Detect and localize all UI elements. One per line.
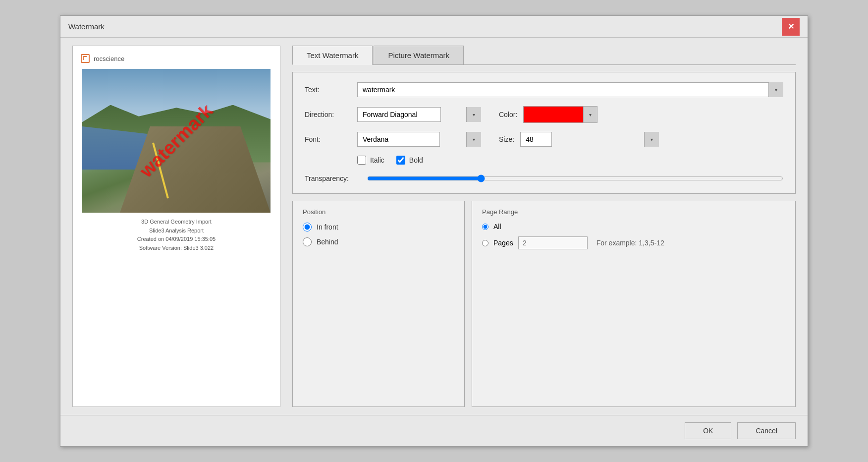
image-background: watermark (82, 69, 271, 213)
caption-line4: Software Version: Slide3 3.022 (137, 244, 216, 253)
direction-color-row: Direction: Forward Diagonal Horizontal V… (305, 106, 783, 123)
direction-arrow-icon: ▾ (466, 107, 481, 122)
direction-select[interactable]: Forward Diagonal Horizontal Vertical Bac… (357, 107, 441, 122)
color-button[interactable]: ▾ (523, 106, 597, 123)
font-label: Font: (305, 135, 349, 143)
bold-checkbox-item: Bold (396, 156, 423, 165)
preview-logo: rocscience (81, 54, 124, 63)
company-name: rocscience (94, 55, 124, 62)
preview-panel: rocscience watermark 3D General Geometry… (72, 46, 280, 407)
bottom-panels: Position In front Behind Page Range (292, 201, 796, 407)
specific-pages-radio[interactable] (482, 240, 488, 246)
preview-caption: 3D General Geometry Import Slide3 Analys… (137, 218, 216, 252)
text-dropdown-arrow[interactable]: ▾ (768, 82, 783, 97)
text-label: Text: (305, 86, 349, 94)
pages-label[interactable]: Pages (493, 239, 513, 247)
tab-picture-watermark[interactable]: Picture Watermark (374, 46, 464, 64)
tab-text-watermark[interactable]: Text Watermark (292, 46, 373, 65)
behind-label[interactable]: Behind (317, 238, 338, 246)
slider-wrapper (367, 173, 783, 183)
pages-radio-row: Pages For example: 1,3,5-12 (482, 236, 785, 249)
size-select[interactable]: 12 18 24 36 48 60 72 (520, 132, 552, 147)
color-wrapper: Color: ▾ (499, 106, 597, 123)
italic-checkbox-item: Italic (357, 156, 384, 165)
ok-button[interactable]: OK (685, 422, 731, 439)
style-row: Italic Bold (305, 156, 783, 165)
behind-radio-item: Behind (303, 237, 454, 246)
font-select-wrapper: Verdana Arial Times New Roman Calibri ▾ (357, 132, 481, 147)
caption-line3: Created on 04/09/2019 15:35:05 (137, 235, 216, 244)
dialog-footer: OK Cancel (60, 415, 808, 446)
font-size-row: Font: Verdana Arial Times New Roman Cali… (305, 132, 783, 147)
all-pages-radio[interactable] (482, 224, 488, 230)
text-input-wrapper: ▾ (357, 82, 783, 97)
transparency-slider[interactable] (367, 174, 783, 182)
preview-image: watermark (82, 69, 271, 213)
in-front-radio-item: In front (303, 223, 454, 231)
bold-checkbox[interactable] (396, 156, 405, 165)
position-panel: Position In front Behind (292, 201, 465, 407)
direction-label: Direction: (305, 111, 349, 118)
close-button[interactable]: ✕ (782, 18, 800, 36)
cancel-button[interactable]: Cancel (737, 422, 796, 439)
dialog-title: Watermark (68, 22, 105, 31)
position-title: Position (303, 208, 454, 216)
transparency-label: Transparency: (305, 174, 359, 182)
size-label: Size: (499, 135, 514, 143)
tab-bar: Text Watermark Picture Watermark (292, 46, 796, 65)
color-swatch (524, 107, 583, 122)
size-wrapper: Size: 12 18 24 36 48 60 72 ▾ (499, 132, 659, 147)
dialog-body: rocscience watermark 3D General Geometry… (60, 38, 808, 415)
in-front-label[interactable]: In front (317, 223, 338, 231)
color-dropdown-arrow[interactable]: ▾ (583, 107, 597, 122)
example-text: For example: 1,3,5-12 (597, 239, 664, 247)
logo-icon (81, 54, 90, 63)
color-label: Color: (499, 111, 517, 118)
text-input[interactable] (357, 82, 783, 97)
font-arrow-icon: ▾ (466, 132, 481, 147)
right-panel: Text Watermark Picture Watermark Text: ▾ (292, 46, 796, 407)
watermark-dialog: Watermark ✕ rocscience watermark (60, 15, 808, 447)
caption-line1: 3D General Geometry Import (137, 218, 216, 227)
italic-checkbox[interactable] (357, 156, 366, 165)
transparency-row: Transparency: (305, 173, 783, 183)
bold-label[interactable]: Bold (409, 156, 423, 164)
page-range-panel: Page Range All Pages For example: 1,3,5-… (472, 201, 796, 407)
size-arrow-icon: ▾ (644, 132, 659, 147)
font-select[interactable]: Verdana Arial Times New Roman Calibri (357, 132, 440, 147)
size-select-wrapper: 12 18 24 36 48 60 72 ▾ (520, 132, 659, 147)
direction-select-wrapper: Forward Diagonal Horizontal Vertical Bac… (357, 107, 481, 122)
behind-radio[interactable] (303, 237, 312, 246)
all-pages-label[interactable]: All (493, 223, 501, 231)
text-row: Text: ▾ (305, 82, 783, 97)
italic-label[interactable]: Italic (370, 156, 384, 164)
pages-input[interactable] (518, 236, 588, 249)
all-radio-row: All (482, 223, 785, 231)
title-bar: Watermark ✕ (60, 16, 808, 38)
settings-panel: Text: ▾ Direction: Forward Diagonal Hori… (292, 72, 796, 194)
page-range-title: Page Range (482, 208, 785, 216)
in-front-radio[interactable] (303, 223, 312, 231)
caption-line2: Slide3 Analysis Report (137, 227, 216, 235)
